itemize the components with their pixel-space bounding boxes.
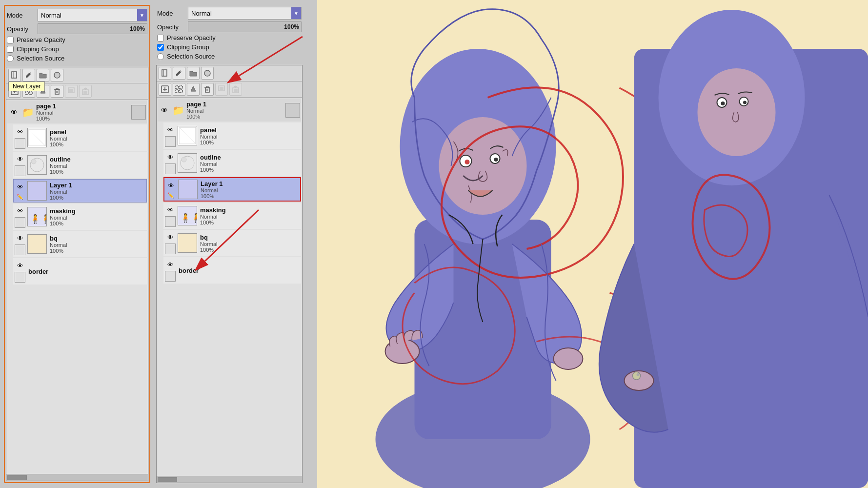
left-move-up-btn[interactable] [79,85,92,98]
right-masking-name: masking [200,206,226,214]
left-new-doc-btn[interactable] [8,69,21,81]
svg-point-83 [637,373,640,376]
svg-rect-17 [69,89,73,92]
left-bq-eye[interactable]: 👁 [15,233,25,244]
right-preserve-opacity-row[interactable]: Preserve Opacity [157,34,302,41]
right-mode-select[interactable]: Normal ▼ [188,7,302,20]
left-panel-controls: 👁 [15,126,25,149]
right-opacity-bar[interactable]: 100% [188,21,302,32]
left-page-eye[interactable]: 👁 [8,106,20,118]
right-panel-eye[interactable]: 👁 [165,124,176,135]
svg-point-82 [633,372,641,380]
left-preserve-opacity-checkbox[interactable] [7,37,14,43]
right-layer1-controls: 👁 ✏️ [165,181,176,199]
right-move-up-btn[interactable] [229,83,242,96]
left-preserve-opacity-row[interactable]: Preserve Opacity [7,36,147,43]
right-trash-btn[interactable] [201,83,214,96]
right-preserve-opacity-checkbox[interactable] [157,35,164,41]
right-add-btn[interactable] [159,83,171,96]
left-masking-info: masking Normal 100% [50,207,76,226]
right-bq-layer[interactable]: 👁 bq Normal 100% [163,230,301,256]
svg-point-26 [31,159,36,164]
left-bq-layer[interactable]: 👁 bq Normal 100% [13,231,147,257]
svg-point-79 [721,102,725,105]
right-layer1-eye[interactable]: 👁 [165,181,176,191]
right-border-eye[interactable]: 👁 [165,259,176,270]
right-masking-layer[interactable]: 👁 🧍🧍 masking Normal 100% [163,203,301,229]
left-panel-check[interactable] [15,138,25,149]
left-masking-eye[interactable]: 👁 [15,205,25,216]
left-page-item[interactable]: 👁 📁 page 1 Normal 100% [7,101,147,123]
right-page-eye[interactable]: 👁 [159,104,170,116]
left-selection-source-row[interactable]: Selection Source [7,55,147,62]
left-layer1-eye[interactable]: 👁 [15,182,25,193]
left-clipping-group-row[interactable]: Clipping Group [7,45,147,53]
svg-point-80 [743,101,747,104]
right-clipping-group-row[interactable]: Clipping Group [157,43,302,51]
left-border-check[interactable] [15,272,25,283]
right-edit-btn[interactable] [173,67,185,80]
right-border-info: border [179,267,199,274]
left-panel-layer[interactable]: 👁 panel Normal 100% [13,124,147,151]
right-page-mode: Normal [186,108,206,114]
left-outline-layer[interactable]: 👁 outline Normal 100% [13,152,147,178]
right-panel-check[interactable] [165,136,176,147]
right-outline-mode: Normal [200,161,221,167]
right-border-check[interactable] [165,271,176,282]
left-outline-eye[interactable]: 👁 [15,154,25,164]
right-selection-source-radio[interactable] [157,53,164,60]
right-clipping-group-checkbox[interactable] [157,44,164,51]
left-bq-thumb [27,234,47,254]
left-masking-controls: 👁 [15,205,25,228]
right-page-folder-icon: 📁 [172,104,184,116]
right-new-doc-btn[interactable] [159,67,171,80]
left-folder-btn[interactable] [37,69,49,81]
right-fill-btn[interactable] [187,83,200,96]
right-masking-check[interactable] [165,216,176,227]
right-layer-list[interactable]: 👁 📁 page 1 Normal 100% 👁 [157,98,302,476]
right-outline-eye[interactable]: 👁 [165,152,176,163]
right-bq-eye[interactable]: 👁 [165,232,176,243]
left-trash-btn[interactable] [51,85,63,98]
right-outline-check[interactable] [165,163,176,174]
left-opacity-row: Opacity 100% [7,23,147,34]
left-panel-top: Mode Normal ▼ Opacity 100% Preserve Opac… [6,7,148,65]
right-panel-layer[interactable]: 👁 panel Normal 100% [163,122,301,149]
right-layer1-info: Layer 1 Normal 100% [201,180,223,199]
right-page-item[interactable]: 👁 📁 page 1 Normal 100% [158,99,301,122]
left-border-layer[interactable]: 👁 border [13,258,147,285]
left-mode-select[interactable]: Normal ▼ [38,9,147,21]
left-clipping-group-checkbox[interactable] [7,46,14,53]
right-bq-check[interactable] [165,244,176,254]
right-outline-layer[interactable]: 👁 outline Normal 100% [163,150,301,176]
left-masking-layer[interactable]: 👁 🧍🧍 masking Normal 100% [13,203,147,230]
right-preserve-opacity-label: Preserve Opacity [167,34,216,41]
right-select-btn[interactable] [173,83,185,96]
left-edit-btn[interactable] [22,69,35,81]
left-outline-check[interactable] [15,165,25,176]
right-border-layer[interactable]: 👁 border [163,257,301,284]
right-masking-eye[interactable]: 👁 [165,204,176,215]
right-layer1[interactable]: 👁 ✏️ Layer 1 Normal 100% [163,177,301,202]
left-circle-btn[interactable] [51,69,63,81]
left-panel-eye[interactable]: 👁 [15,126,25,137]
right-circle-btn[interactable] [201,67,214,80]
left-layer-list[interactable]: 👁 📁 page 1 Normal 100% 👁 [6,100,148,474]
right-move-down-btn[interactable] [215,83,228,96]
right-selection-source-row[interactable]: Selection Source [157,53,302,60]
right-hscrollbar[interactable] [157,476,302,483]
right-toolbar-row2 [157,81,302,98]
left-masking-check[interactable] [15,217,25,228]
right-folder-btn[interactable] [187,67,200,80]
left-opacity-bar[interactable]: 100% [38,23,147,34]
left-move-down-btn[interactable] [65,85,78,98]
left-selection-source-radio[interactable] [7,55,14,62]
left-layer1-pen[interactable]: ✏️ [17,194,23,200]
right-layer1-pen[interactable]: ✏️ [167,192,174,199]
left-border-eye[interactable]: 👁 [15,260,25,271]
left-layer1-name: Layer 1 [50,182,72,189]
left-bq-check[interactable] [15,244,25,255]
left-layer1[interactable]: 👁 ✏️ Layer 1 Normal 100% [13,179,147,203]
left-hscrollbar[interactable] [6,474,148,481]
right-bq-thumb [178,233,197,253]
